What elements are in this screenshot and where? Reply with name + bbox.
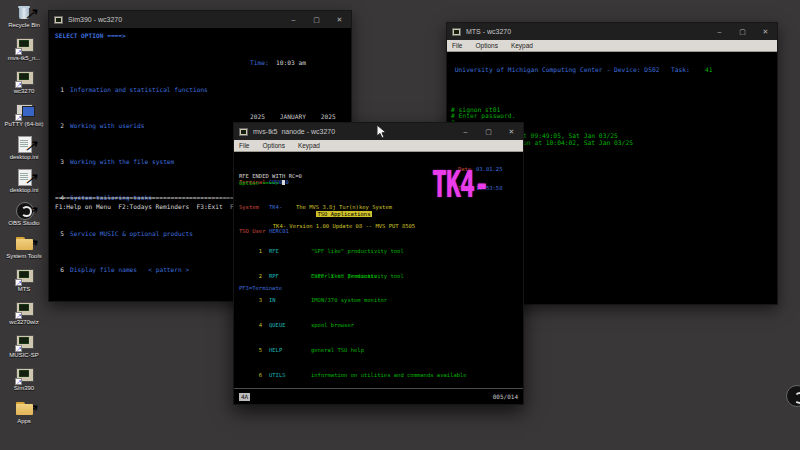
select-option-prompt: SELECT OPTION ====>: [55, 31, 126, 40]
menu-option-number: 1: [55, 85, 64, 94]
sim390-window-title: Sim390 - wc3270: [68, 16, 282, 23]
operator-information-area: 4A 005/014: [234, 388, 523, 404]
desktop-icon[interactable]: desktop.ini: [2, 136, 46, 169]
tso-app-row[interactable]: 3INIMON/370 system monitor: [256, 297, 467, 303]
desktop-icon[interactable]: Apps: [2, 400, 46, 433]
desktop-icon-image: [12, 400, 36, 418]
tso-app-description: spool browser: [311, 322, 354, 328]
desktop-icon-label: Sim390: [2, 385, 46, 391]
shortcut-arrow-icon: [15, 48, 22, 55]
menu-option-row[interactable]: 2Working with userids: [55, 121, 212, 130]
desktop-icon-image: [12, 268, 36, 286]
shortcut-arrow-icon: [15, 345, 22, 352]
tso-app-description: IMON/370 system monitor: [311, 297, 387, 303]
menu-item[interactable]: Options: [257, 142, 292, 149]
wc3270-app-icon: [54, 16, 63, 24]
desktop-icon[interactable]: PuTTY (64-bit): [2, 103, 46, 136]
desktop-icon-image: [12, 334, 36, 352]
tk4-window[interactable]: mvs-tk5_nanode - wc3270 – ▢ ✕ FileOption…: [233, 122, 524, 405]
tso-app-name: RPF: [269, 273, 311, 279]
time-row: Time: 10:03 am: [250, 58, 347, 67]
terminal-line: # Enter password.: [451, 113, 713, 120]
mts-titlebar[interactable]: MTS - wc3270 – ▢ ✕: [447, 23, 777, 40]
terminal-cursor: [282, 180, 285, 185]
tso-app-number: 5: [256, 347, 262, 353]
desktop-icon-image: [12, 301, 36, 319]
tso-app-number: 1: [256, 248, 262, 254]
tso-app-name: IN: [269, 297, 311, 303]
desktop-icon-image: [12, 367, 36, 385]
desktop-icon-label: mvs-tk5_n...: [2, 55, 46, 61]
sim390-titlebar[interactable]: Sim390 - wc3270 – ▢ ✕: [49, 11, 351, 28]
tso-app-description: general TSO help: [311, 347, 364, 353]
desktop-icon-image: [12, 202, 36, 220]
menu-item[interactable]: File: [234, 142, 257, 149]
desktop-icon-image: [12, 235, 36, 253]
tk4-window-title: mvs-tk5_nanode - wc3270: [253, 128, 454, 135]
tso-app-row[interactable]: 4QUEUEspool browser: [256, 322, 467, 328]
wc3270-app-icon: [452, 28, 461, 36]
desktop-icon[interactable]: wc3270: [2, 70, 46, 103]
menu-option-row[interactable]: 6Display file names < pattern >: [55, 265, 212, 274]
minimize-button[interactable]: –: [708, 23, 731, 40]
option-input-line[interactable]: Option ====>: [239, 180, 285, 186]
tso-app-name: UTILS: [269, 372, 311, 378]
menu-option-number: 6: [55, 265, 64, 274]
rfe-status-message: RFE ENDED WITH RC=0: [239, 173, 302, 179]
desktop-icon[interactable]: Sim390: [2, 367, 46, 400]
desktop-icon[interactable]: OBS Studio: [2, 202, 46, 235]
maximize-button[interactable]: ▢: [731, 23, 754, 40]
menu-item[interactable]: Keypad: [293, 142, 328, 149]
oia-status-indicator: 4A: [239, 393, 250, 401]
menu-option-label: Service MUSIC & optional products: [70, 230, 193, 237]
tso-app-description: information on utilities and commands av…: [311, 372, 467, 378]
menu-option-label: Working with the file system: [70, 158, 174, 165]
shortcut-arrow-icon: [15, 312, 22, 319]
close-button[interactable]: ✕: [328, 11, 351, 28]
desktop-icon[interactable]: Recycle Bin: [2, 4, 46, 37]
desktop-icon-image: [12, 136, 36, 154]
desktop-icon[interactable]: System Tools: [2, 235, 46, 268]
calendar-blank-row: [250, 85, 347, 94]
desktop-icon[interactable]: MTS: [2, 268, 46, 301]
menu-option-row[interactable]: 5Service MUSIC & optional products: [55, 229, 212, 238]
tso-app-number: 3: [256, 297, 262, 303]
shortcut-arrow-icon: [15, 114, 22, 121]
menu-item[interactable]: File: [447, 42, 470, 49]
tso-app-number: 2: [256, 273, 262, 279]
menu-item[interactable]: Options: [470, 42, 505, 49]
menu-option-number: 5: [55, 229, 64, 238]
menu-option-row[interactable]: 3Working with the file system: [55, 157, 212, 166]
pf3-hint: PF3=Terminate: [239, 285, 282, 291]
tso-app-row[interactable]: 6UTILSinformation on utilities and comma…: [256, 372, 467, 378]
tk4-logo: TK4-: [432, 180, 488, 189]
minimize-button[interactable]: –: [282, 11, 305, 28]
tso-app-number: 4: [256, 322, 262, 328]
desktop-icon[interactable]: MUSIC-SP: [2, 334, 46, 367]
tso-app-row[interactable]: 1RFE"SPF like" productivity tool: [256, 248, 467, 254]
mouse-cursor: [376, 124, 387, 143]
oia-cursor-position: 005/014: [493, 393, 518, 400]
menu-option-label: Information and statistical functions: [70, 86, 208, 93]
maximize-button[interactable]: ▢: [305, 11, 328, 28]
tk4-terminal-screen[interactable]: TerminalCUU0C0 SystemTK4- TSO UserHERC01…: [234, 152, 523, 388]
tso-app-description: "SPF like" productivity tool: [311, 248, 404, 254]
wc3270-app-icon: [239, 128, 248, 136]
desktop-icon[interactable]: mvs-tk5_n...: [2, 37, 46, 70]
obs-icon-partial[interactable]: [786, 385, 800, 407]
menu-option-row[interactable]: 1Information and statistical functions: [55, 85, 212, 94]
desktop-icon-column: Recycle Bin mvs-tk5_n... wc3270 PuTTY (6…: [2, 4, 46, 433]
desktop-icon[interactable]: desktop.ini: [2, 169, 46, 202]
menu-item[interactable]: Keypad: [506, 42, 541, 49]
desktop-icon-image: [12, 70, 36, 88]
music-menu-list: 1Information and statistical functions 2…: [55, 49, 212, 301]
minimize-button[interactable]: –: [454, 123, 477, 140]
maximize-button[interactable]: ▢: [477, 123, 500, 140]
mts-menubar: FileOptionsKeypad: [447, 40, 777, 52]
desktop-icon[interactable]: wc3270wiz: [2, 301, 46, 334]
close-button[interactable]: ✕: [754, 23, 777, 40]
desktop-icon-image: [12, 103, 36, 121]
desktop-icon-label: PuTTY (64-bit): [2, 121, 46, 127]
close-button[interactable]: ✕: [500, 123, 523, 140]
tso-app-row[interactable]: 5HELPgeneral TSO help: [256, 347, 467, 353]
